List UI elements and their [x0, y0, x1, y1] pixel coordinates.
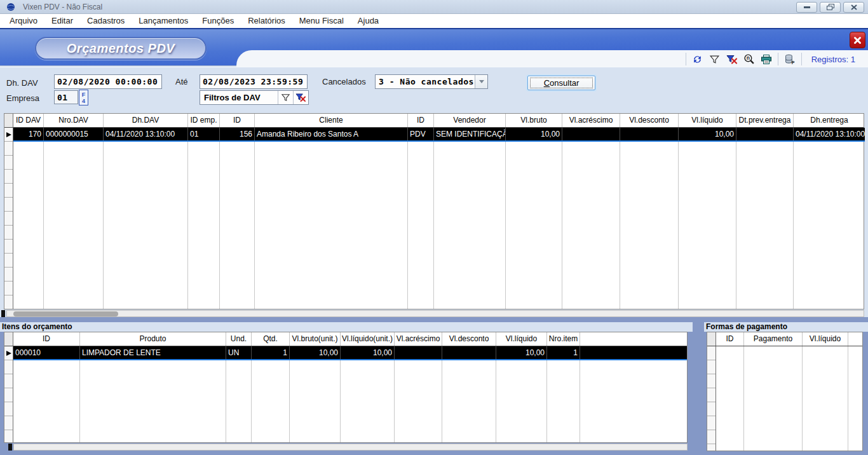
consultar-button[interactable]: Consultar: [527, 76, 595, 90]
menu-item-cadastros[interactable]: Cadastros: [80, 14, 132, 28]
dh-dav-input[interactable]: [54, 74, 162, 89]
minimize-icon: [804, 4, 810, 10]
table-row[interactable]: 170 0000000015 04/11/2020 13:10:00 01 15…: [13, 128, 865, 142]
close-icon: [853, 36, 862, 44]
orcamentos-grid-body: 170 0000000015 04/11/2020 13:10:00 01 15…: [4, 128, 864, 309]
items-grid: ID Produto Und. Qtd. Vl.bruto(unit.) Vl.…: [4, 332, 688, 443]
col-header-blank: [580, 332, 687, 346]
col-header-id-cliente: ID: [220, 114, 255, 127]
empresa-input[interactable]: [54, 90, 78, 104]
col-header-id-vendedor: ID: [408, 114, 434, 127]
maximize-button[interactable]: [820, 2, 841, 13]
database-icon[interactable]: P: [784, 53, 796, 65]
cancelados-select[interactable]: 3 - Não cancelados: [375, 74, 488, 89]
page-title: Orçamentos PDV: [67, 41, 175, 56]
col-header-cliente: Cliente: [255, 114, 408, 127]
col-header-vl-acrescimo: Vl.acréscimo: [562, 114, 620, 127]
scrollbar-thumb[interactable]: [13, 311, 118, 316]
empresa-label: Empresa: [6, 91, 39, 105]
menu-item-lancamentos[interactable]: Lançamentos: [132, 14, 195, 28]
col-header-und: Und.: [226, 332, 252, 346]
cell-cliente: Amanda Ribeiro dos Santos A: [255, 128, 408, 140]
menu-item-funcoes[interactable]: Funções: [195, 14, 241, 28]
filter-panel: Dh. DAV Até Cancelados 3 - Não cancelado…: [0, 67, 868, 113]
cell-id-vendedor: PDV: [408, 128, 434, 140]
toolbar-separator: [778, 53, 778, 65]
menu-item-relatorios[interactable]: Relatórios: [241, 14, 292, 28]
orcamentos-hscrollbar[interactable]: [6, 310, 864, 317]
menu-item-ajuda[interactable]: Ajuda: [351, 14, 386, 28]
filtros-dav-group: Filtros de DAV: [200, 90, 309, 105]
clear-filter-icon[interactable]: [726, 53, 738, 65]
cell-vl-bruto: 10,00: [506, 128, 562, 140]
record-selector-header: [707, 332, 716, 346]
orcamentos-grid: ID DAV Nro.DAV Dh.DAV ID emp. ID Cliente…: [4, 113, 864, 309]
col-header-nro-item: Nro.item: [547, 332, 580, 346]
f4-hint-bottom: 4: [82, 98, 85, 104]
current-row-marker: [6, 351, 11, 356]
record-selector-column: [707, 346, 716, 451]
close-button[interactable]: [843, 2, 864, 13]
record-selector-header: [4, 114, 13, 127]
col-header-pagamento: Pagamento: [744, 332, 803, 346]
payments-grid-header: ID Pagamento Vl.líquido: [707, 332, 862, 346]
col-header-nro-dav: Nro.DAV: [44, 114, 104, 127]
toolbar: n P Registros: 1: [686, 52, 864, 66]
col-header-dh-dav: Dh.DAV: [104, 114, 188, 127]
items-hscrollbar[interactable]: [13, 444, 688, 451]
f4-hint-top: F: [82, 92, 86, 98]
col-header-vl-liquido: Vl.líquido: [679, 114, 736, 127]
col-header-vl-acrescimo: Vl.acréscimo: [395, 332, 442, 346]
cell-blank: [580, 346, 687, 359]
col-header-vl-bruto: Vl.bruto: [506, 114, 562, 127]
close-icon: [851, 4, 857, 10]
record-selector-column: [4, 346, 13, 442]
dh-dav-label: Dh. DAV: [6, 76, 38, 90]
cell-id-cliente: 156: [220, 128, 255, 140]
orcamentos-grid-header: ID DAV Nro.DAV Dh.DAV ID emp. ID Cliente…: [4, 114, 864, 128]
col-header-vl-liquido-unit: Vl.líquido(unit.): [341, 332, 395, 346]
page-title-pill: Orçamentos PDV: [35, 37, 207, 60]
print-icon[interactable]: [761, 53, 772, 65]
refresh-icon[interactable]: [692, 53, 703, 65]
col-header-dh-entrega: Dh.entrega: [794, 114, 865, 127]
cell-nro-item: 1: [547, 346, 580, 359]
window-title: Vixen PDV - Não Fiscal: [23, 3, 102, 11]
payments-grid-body: [707, 346, 862, 451]
col-header-id: ID: [13, 332, 80, 346]
empresa-f4-button[interactable]: F 4: [79, 90, 88, 105]
menu-item-editar[interactable]: Editar: [44, 14, 80, 28]
cell-vl-bruto-unit: 10,00: [290, 346, 341, 359]
col-header-qtd: Qtd.: [252, 332, 290, 346]
filter-icon[interactable]: [709, 53, 721, 65]
minimize-button[interactable]: [796, 2, 817, 13]
col-header-vl-liquido: Vl.líquido: [496, 332, 547, 346]
col-header-vl-desconto: Vl.desconto: [442, 332, 496, 346]
zoom-icon[interactable]: n: [743, 53, 755, 65]
filtros-dav-label: Filtros de DAV: [200, 93, 278, 102]
cell-vl-acrescimo: [395, 346, 442, 359]
filter-icon[interactable]: [278, 91, 293, 104]
menu-item-arquivo[interactable]: Arquivo: [3, 14, 44, 28]
chevron-down-icon: [479, 80, 484, 83]
cell-vl-liquido: 10,00: [496, 346, 547, 359]
clear-filter-icon[interactable]: [293, 91, 308, 104]
cell-id-dav: 170: [13, 128, 44, 140]
menu-bar: Arquivo Editar Cadastros Lançamentos Fun…: [0, 14, 868, 28]
cell-vl-desconto: [620, 128, 679, 140]
cell-dh-entrega: 04/11/2020 13:10:00: [794, 128, 865, 140]
form-close-button[interactable]: [850, 32, 865, 48]
menu-item-menu-fiscal[interactable]: Menu Fiscal: [292, 14, 351, 28]
cell-id: 000010: [13, 346, 80, 359]
select-dropdown-button[interactable]: [475, 75, 487, 88]
cancelados-label: Cancelados: [322, 74, 366, 89]
col-header-vendedor: Vendedor: [434, 114, 506, 127]
restore-icon: [827, 4, 834, 11]
record-selector-column: [4, 128, 13, 309]
cell-dt-prev-entrega: [736, 128, 794, 140]
form-header: Orçamentos PDV n: [0, 28, 868, 66]
cell-vl-desconto: [442, 346, 496, 359]
cell-und: UN: [226, 346, 252, 359]
ate-input[interactable]: [200, 74, 308, 89]
table-row[interactable]: 000010 LIMPADOR DE LENTE UN 1 10,00 10,0…: [13, 346, 687, 360]
